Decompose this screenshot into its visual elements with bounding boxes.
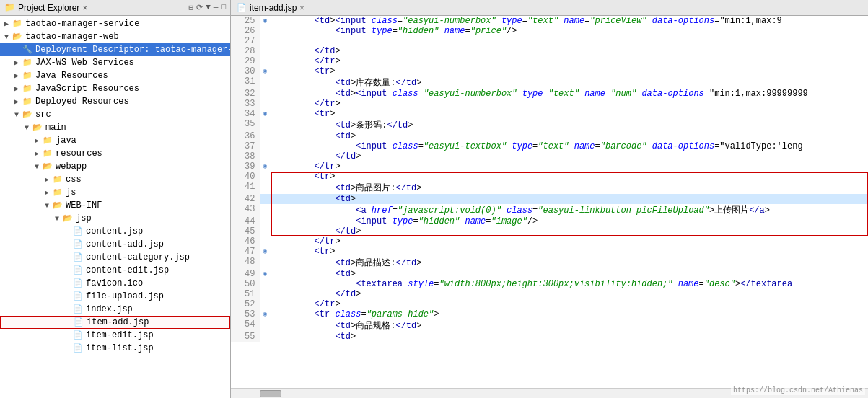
code-cell-35[interactable]: <td>条形码:</td> bbox=[270, 119, 868, 131]
line-number-50: 50 bbox=[231, 279, 260, 289]
tree-item-content-category.jsp[interactable]: 📄content-category.jsp bbox=[0, 251, 230, 264]
panel-close-icon[interactable]: ✕ bbox=[82, 3, 87, 12]
line-number-41: 41 bbox=[231, 182, 260, 194]
tree-item-deployed-resources[interactable]: ▶📁Deployed Resources bbox=[0, 95, 230, 108]
code-cell-45[interactable]: </td> bbox=[270, 226, 868, 236]
code-cell-47[interactable]: <tr> bbox=[270, 247, 868, 257]
code-cell-49[interactable]: <td> bbox=[270, 269, 868, 279]
tree-item-deployment-descriptor[interactable]: 🔧Deployment Descriptor: taotao-manager-w… bbox=[0, 43, 230, 56]
tree-arrow-src: ▼ bbox=[12, 111, 22, 119]
line-arrow-40 bbox=[260, 172, 270, 182]
code-cell-27[interactable] bbox=[270, 36, 868, 46]
tree-item-content.jsp[interactable]: 📄content.jsp bbox=[0, 225, 230, 238]
main-container: 📁 Project Explorer ✕ ⊟ ⟳ ▼ — □ ▶📁taotao-… bbox=[0, 0, 868, 398]
tab-close-icon[interactable]: ✕ bbox=[299, 4, 304, 12]
code-cell-54[interactable]: <td>商品规格:</td> bbox=[270, 319, 868, 332]
tree-label-deployed-resources: Deployed Resources bbox=[35, 97, 129, 107]
sync-icon[interactable]: ⟳ bbox=[196, 3, 203, 12]
tree-item-src[interactable]: ▼📂src bbox=[0, 108, 230, 121]
code-cell-36[interactable]: <td> bbox=[270, 131, 868, 141]
code-line-27: 27 bbox=[231, 36, 868, 46]
tree-icon-folder-open: 📂 bbox=[32, 123, 43, 133]
code-line-26: 26 <input type="hidden" name="price"/> bbox=[231, 26, 868, 36]
tree-item-resources[interactable]: ▶📁resources bbox=[0, 147, 230, 160]
code-cell-30[interactable]: <tr> bbox=[270, 66, 868, 76]
tree-label-index.jsp: index.jsp bbox=[86, 304, 133, 314]
tree-item-js[interactable]: ▶📁js bbox=[0, 186, 230, 199]
code-cell-40[interactable]: <tr> bbox=[270, 172, 868, 182]
line-arrow-35 bbox=[260, 119, 270, 131]
code-cell-31[interactable]: <td>库存数量:</td> bbox=[270, 76, 868, 89]
tree-arrow-taotao-manager-service: ▶ bbox=[1, 19, 12, 28]
code-cell-44[interactable]: <input type="hidden" name="image"/> bbox=[270, 216, 868, 226]
code-cell-55[interactable]: <td> bbox=[270, 332, 868, 342]
tree-item-content-add.jsp[interactable]: 📄content-add.jsp bbox=[0, 238, 230, 251]
tree-item-content-edit.jsp[interactable]: 📄content-edit.jsp bbox=[0, 264, 230, 277]
tree-item-item-add.jsp[interactable]: 📄item-add.jsp bbox=[0, 316, 230, 329]
code-cell-53[interactable]: <tr class="params hide"> bbox=[270, 309, 868, 319]
editor-tab-item-add[interactable]: 📄 item-add.jsp ✕ bbox=[237, 3, 304, 13]
tree-item-java-resources[interactable]: ▶📁Java Resources bbox=[0, 69, 230, 82]
line-arrow-38 bbox=[260, 151, 270, 162]
line-number-29: 29 bbox=[231, 56, 260, 66]
line-arrow-55 bbox=[260, 332, 270, 342]
tree-item-taotao-manager-web[interactable]: ▼📂taotao-manager-web bbox=[0, 30, 230, 43]
line-number-45: 45 bbox=[231, 226, 260, 236]
tree-icon-file: 📄 bbox=[72, 278, 84, 288]
line-number-55: 55 bbox=[231, 332, 260, 342]
code-cell-51[interactable]: </td> bbox=[270, 289, 868, 299]
code-cell-50[interactable]: <textarea style="width:800px;height:300p… bbox=[270, 279, 868, 289]
code-line-38: 38 </td> bbox=[231, 151, 868, 162]
tree-item-file-upload.jsp[interactable]: 📄file-upload.jsp bbox=[0, 290, 230, 303]
watermark: https://blog.csdn.net/Athienas bbox=[731, 386, 865, 395]
minimize-icon[interactable]: — bbox=[214, 3, 219, 12]
line-arrow-29 bbox=[260, 56, 270, 66]
code-cell-29[interactable]: </tr> bbox=[270, 56, 868, 66]
code-cell-26[interactable]: <input type="hidden" name="price"/> bbox=[270, 26, 868, 36]
code-cell-38[interactable]: </td> bbox=[270, 151, 868, 162]
tree-item-index.jsp[interactable]: 📄index.jsp bbox=[0, 303, 230, 316]
line-arrow-47: ◉ bbox=[260, 247, 270, 257]
tree-item-taotao-manager-service[interactable]: ▶📁taotao-manager-service bbox=[0, 17, 230, 30]
code-cell-41[interactable]: <td>商品图片:</td> bbox=[270, 182, 868, 194]
code-cell-39[interactable]: </tr> bbox=[270, 162, 868, 172]
tree-item-jax-ws[interactable]: ▶📁JAX-WS Web Services bbox=[0, 56, 230, 69]
code-cell-42[interactable]: <td> bbox=[270, 194, 868, 204]
code-line-50: 50 <textarea style="width:800px;height:3… bbox=[231, 279, 868, 289]
tree-label-content.jsp: content.jsp bbox=[86, 226, 143, 236]
tree-icon-folder: 📁 bbox=[22, 58, 33, 68]
tree-item-main[interactable]: ▼📂main bbox=[0, 121, 230, 134]
code-cell-25[interactable]: <td><input class="easyui-numberbox" type… bbox=[270, 16, 868, 26]
tree-item-java[interactable]: ▶📁java bbox=[0, 134, 230, 147]
code-line-30: 30◉ <tr> bbox=[231, 66, 868, 76]
tree-item-item-list.jsp[interactable]: 📄item-list.jsp bbox=[0, 342, 230, 355]
line-arrow-42 bbox=[260, 194, 270, 204]
line-arrow-37 bbox=[260, 141, 270, 151]
code-cell-33[interactable]: </tr> bbox=[270, 99, 868, 109]
scroll-thumb[interactable] bbox=[260, 390, 281, 397]
code-cell-52[interactable]: </tr> bbox=[270, 299, 868, 309]
tree-item-favicon.ico[interactable]: 📄favicon.ico bbox=[0, 277, 230, 290]
tree-item-jsp[interactable]: ▼📂jsp bbox=[0, 212, 230, 225]
code-cell-37[interactable]: <input class="easyui-textbox" type="text… bbox=[270, 141, 868, 151]
editor-content[interactable]: 25◉ <td><input class="easyui-numberbox" … bbox=[231, 16, 868, 388]
code-line-47: 47◉ <tr> bbox=[231, 247, 868, 257]
tree-item-WEB-INF[interactable]: ▼📂WEB-INF bbox=[0, 199, 230, 212]
menu-icon[interactable]: ▼ bbox=[206, 3, 211, 12]
code-cell-46[interactable]: </tr> bbox=[270, 236, 868, 247]
collapse-icon[interactable]: ⊟ bbox=[189, 3, 194, 12]
tree-item-item-edit.jsp[interactable]: 📄item-edit.jsp bbox=[0, 329, 230, 342]
line-number-49: 49 bbox=[231, 269, 260, 279]
code-cell-43[interactable]: <a href="javascript:void(0)" class="easy… bbox=[270, 204, 868, 216]
code-cell-34[interactable]: <tr> bbox=[270, 109, 868, 119]
tree-item-javascript-resources[interactable]: ▶📁JavaScript Resources bbox=[0, 82, 230, 95]
line-arrow-28 bbox=[260, 46, 270, 56]
tree-item-webapp[interactable]: ▼📂webapp bbox=[0, 160, 230, 173]
maximize-icon[interactable]: □ bbox=[221, 3, 226, 12]
code-cell-32[interactable]: <td><input class="easyui-numberbox" type… bbox=[270, 89, 868, 99]
tree-item-css[interactable]: ▶📁css bbox=[0, 173, 230, 186]
tree-icon-folder: 📁 bbox=[52, 174, 63, 185]
tree-label-taotao-manager-web: taotao-manager-web bbox=[25, 32, 119, 42]
code-cell-28[interactable]: </td> bbox=[270, 46, 868, 56]
code-cell-48[interactable]: <td>商品描述:</td> bbox=[270, 257, 868, 269]
